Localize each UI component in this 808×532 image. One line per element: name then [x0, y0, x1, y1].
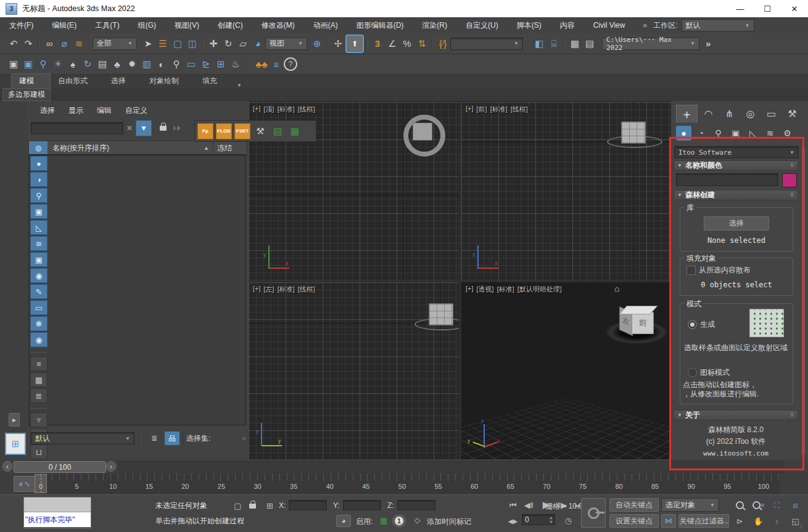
viewport-left[interactable]: [+] [左] [标准] [线框] z y [249, 282, 459, 459]
select-and-link-icon[interactable]: ∞ [42, 36, 57, 51]
viewport-shading-label[interactable]: [线框] [511, 105, 528, 114]
viewport-perspective[interactable]: [+] [透视] [标准] [默认明暗处理] ⌂ 左 前 z y x [461, 282, 670, 459]
list-view-icon[interactable]: ≡ [30, 356, 47, 371]
forest-tools-icon[interactable]: ⚒ [253, 124, 268, 139]
menu-item[interactable]: 内容 [551, 17, 584, 33]
menu-item[interactable]: 图形编辑器(D) [347, 17, 413, 33]
mirror-icon[interactable]: ◧ [532, 36, 546, 51]
menu-item[interactable]: 组(G) [129, 17, 165, 33]
transform-gizmo-icon[interactable]: ⊞ [262, 499, 278, 512]
next-frame-button[interactable]: › [106, 461, 116, 472]
x-coordinate-field[interactable] [289, 500, 327, 510]
video-player-icon[interactable]: ⊵ [199, 57, 213, 72]
monitor-icon[interactable]: ▭ [184, 57, 199, 72]
containers-filter-icon[interactable]: ▭ [30, 300, 47, 315]
name-color-rollout-header[interactable]: ▼名称和颜色⠿ [674, 160, 798, 171]
toggle-layer-explorer-icon[interactable]: ▤ [582, 36, 597, 51]
palette-icon[interactable]: ◐ [154, 57, 169, 72]
icon-mode-radio-label[interactable]: 图标模式 [700, 367, 730, 378]
reference-coordinate-dropdown[interactable]: 视图▼ [265, 38, 307, 50]
macro-record-button[interactable]: ◕ [336, 515, 351, 527]
set-key-button[interactable]: 设置关键点 [609, 514, 659, 528]
viewport-menu-button[interactable]: [+] [466, 105, 474, 114]
display-tab[interactable]: ▭ [761, 105, 781, 123]
hierarchy-mode-icon[interactable]: 品 [165, 432, 179, 445]
refresh-page-icon[interactable]: ↻ [80, 57, 95, 72]
object-name-field[interactable] [676, 173, 778, 186]
helpers-filter-icon[interactable]: ◺ [30, 220, 47, 235]
viewport-menu-button[interactable]: [+] [466, 285, 474, 294]
viewport-front[interactable]: [+] [前] [标准] [线框] z x [461, 102, 670, 280]
scatter-checkbox-label[interactable]: 从所选内容散布 [699, 265, 751, 276]
menu-item[interactable]: 修改器(M) [252, 17, 304, 33]
ribbon-caret-icon[interactable]: ▼ [237, 83, 242, 88]
grid-layout-icon[interactable]: ⊞ [5, 433, 26, 455]
menu-item[interactable]: 创建(C) [208, 17, 252, 33]
about-rollout-header[interactable]: ▼关于⠿ [674, 410, 798, 420]
explorer-menu-item[interactable]: 显示 [62, 105, 90, 116]
key-filters-icon[interactable]: ⋈ [661, 514, 676, 528]
create-tab[interactable]: ＋ [676, 105, 698, 123]
key-filters-button[interactable]: 关键点过滤器.. [678, 514, 729, 528]
cameras-filter-icon[interactable]: ▣ [30, 204, 47, 219]
bulb-icon[interactable]: ⚲ [169, 57, 184, 72]
object-color-swatch[interactable] [782, 173, 797, 187]
box-object[interactable] [621, 121, 646, 144]
basket-icon[interactable]: ⊔ [30, 444, 47, 459]
select-and-place-icon[interactable]: ◕ [250, 36, 265, 51]
particles-filter-icon[interactable]: ❋ [30, 316, 47, 331]
viewport-shading-label[interactable]: [线框] [298, 105, 315, 114]
lights-category-icon[interactable]: ⚲ [711, 126, 726, 141]
menu-item[interactable]: 工具(T) [86, 17, 128, 33]
tree-object-icon[interactable]: ♠ [65, 57, 80, 72]
clear-search-icon[interactable]: ✕ [126, 124, 133, 133]
hierarchy-view-icon[interactable]: ⊦⊧ [173, 124, 181, 133]
bones-filter-icon[interactable]: ✎ [30, 284, 47, 299]
forest-pack-button[interactable]: FLOD [216, 123, 232, 139]
sun-light-icon[interactable]: ☀ [51, 57, 65, 72]
explorer-menu-item[interactable]: 选择 [33, 105, 62, 116]
viewcube-front-face[interactable]: 前 [632, 312, 654, 334]
previous-frame-icon[interactable]: ◀‖ [521, 499, 537, 512]
forest-pack-button[interactable]: Fp [197, 123, 213, 139]
frame-list-icon[interactable]: ▤ [95, 57, 110, 72]
groups-filter-icon[interactable]: ▣ [30, 252, 47, 267]
time-slider-handle[interactable]: 0 / 100 [14, 461, 106, 473]
geometry-filter-icon[interactable]: ● [30, 156, 47, 171]
maxscript-listener[interactable]: "执行脚本完毕" [23, 497, 91, 528]
menu-item[interactable]: 文件(F) [0, 17, 43, 33]
y-coordinate-field[interactable] [343, 500, 381, 510]
isolate-selection-icon[interactable]: ▢ [229, 499, 246, 512]
toggle-scene-explorer-icon[interactable]: ▦ [567, 36, 582, 51]
time-configuration-icon[interactable]: ◷ [560, 514, 577, 527]
geometry-category-icon[interactable]: ● [676, 126, 691, 141]
viewport-view-label[interactable]: [前] [477, 105, 487, 114]
about-website[interactable]: www.itoosoft.com [671, 448, 801, 459]
layers-stack-icon[interactable]: ≣ [147, 431, 162, 446]
workspace-dropdown[interactable]: 默认▼ [682, 19, 754, 31]
viewport-style-label[interactable]: [标准] [497, 285, 514, 294]
search-input[interactable] [31, 122, 123, 134]
rectangular-selection-region-icon[interactable]: ▢ [170, 36, 185, 51]
teapot-render-icon[interactable]: ♨ [228, 57, 243, 72]
edit-named-selection-icon[interactable]: {⁄} [435, 36, 450, 51]
set-keys-button[interactable] [581, 498, 606, 528]
selection-filter-dropdown[interactable]: 全部▼ [93, 38, 137, 50]
bind-to-spacewarp-icon[interactable]: ≋ [72, 36, 86, 51]
menu-item[interactable]: 动画(A) [304, 17, 347, 33]
viewport-view-label[interactable]: [顶] [264, 105, 274, 114]
select-and-rotate-icon[interactable]: ↻ [221, 36, 236, 51]
curve-editor-button[interactable]: ≡∿ [14, 476, 36, 492]
expand-panel-button[interactable]: ▸ [9, 413, 20, 427]
filter-button[interactable]: ▼ [136, 120, 152, 136]
menu-item[interactable]: 渲染(R) [413, 17, 456, 33]
viewport-view-label[interactable]: [透视] [477, 285, 494, 294]
explorer-list[interactable]: ● ◑ ⚲ ▣ ◺ ≋ ▣ ◉ ✎ ▭ ❋ ◉ ≡ ▦ ≣ ▼ ▼ ⊔ [28, 154, 246, 425]
z-coordinate-field[interactable] [397, 500, 435, 510]
close-button[interactable]: ✕ [781, 0, 808, 17]
shapes-category-icon[interactable]: ◔ [693, 126, 709, 141]
frame-spinner-icon[interactable]: ◀▶ [505, 515, 521, 528]
fire-effect-icon[interactable]: ✹ [125, 57, 139, 72]
sort-header[interactable]: 名称(按升序排序) [47, 143, 204, 153]
field-of-view-icon[interactable]: ⊳ [732, 515, 748, 528]
